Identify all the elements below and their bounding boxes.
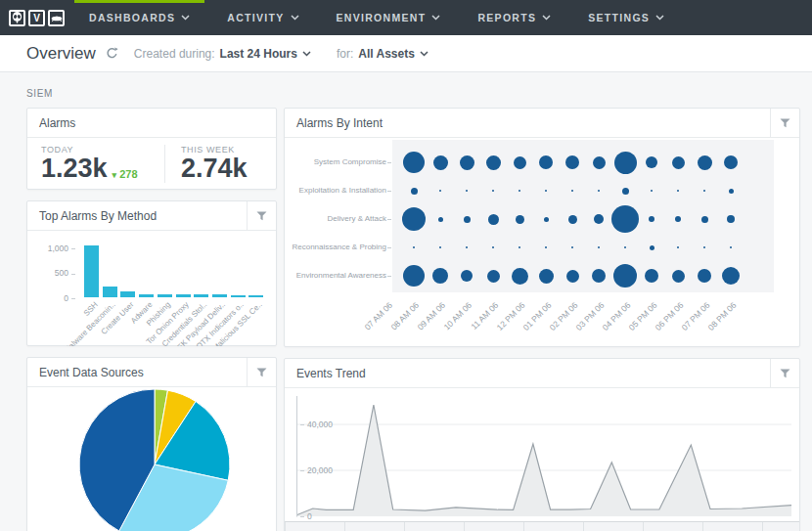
x-tick-label: 10 AM 06 (442, 300, 474, 332)
chevron-down-icon (420, 51, 429, 57)
created-during-dropdown[interactable]: Created during: Last 24 Hours (134, 47, 311, 61)
bubble (650, 245, 654, 250)
chevron-down-icon (181, 15, 190, 21)
bubble (566, 270, 579, 283)
bubble (516, 215, 524, 224)
bubble (677, 246, 679, 248)
page-title: Overview (26, 44, 96, 64)
bubble (539, 155, 553, 169)
bubble (492, 246, 494, 248)
bubble (613, 264, 637, 288)
funnel-icon (256, 211, 267, 221)
axis-tick (387, 162, 391, 163)
bubble-plot-area (392, 140, 774, 292)
filter-button[interactable] (770, 109, 799, 137)
bubble (703, 246, 705, 248)
y-tick-label: 0 (27, 293, 75, 303)
bubble (413, 246, 415, 248)
bar (103, 287, 117, 297)
row-label: System Compromise (314, 157, 386, 166)
bubble (594, 214, 604, 224)
bubble (611, 205, 639, 233)
bubble (565, 155, 579, 169)
bubble (545, 190, 547, 192)
bubble (724, 155, 738, 169)
chevron-down-icon (542, 15, 551, 21)
bubble (519, 246, 520, 248)
bubble (649, 216, 654, 222)
nav-item-settings[interactable]: SETTINGS (573, 0, 679, 35)
nav-item-label: ACTIVITY (227, 12, 284, 23)
nav-item-reports[interactable]: REPORTS (463, 0, 565, 35)
card-title: Event Data Sources (27, 358, 247, 386)
bar (194, 294, 208, 297)
bubble (486, 155, 501, 170)
nav-item-activity[interactable]: ACTIVITY (212, 0, 313, 35)
bubble (488, 214, 499, 225)
created-during-label: Created during: (134, 47, 215, 61)
arrow-down-icon: ▾ (113, 170, 117, 180)
area-chart: 40,00020,0000 (285, 388, 799, 531)
bar (231, 295, 246, 298)
nav-item-label: ENVIRONMENT (337, 12, 427, 23)
bubble (622, 188, 629, 195)
chevron-down-icon (291, 15, 299, 21)
row-label: Reconnaissance & Probing (292, 243, 386, 251)
trend-x-axis-band (285, 521, 799, 531)
bubble (545, 246, 547, 248)
bubble (701, 216, 708, 223)
page-header: Overview Created during: Last 24 Hours f… (0, 35, 812, 72)
events-trend-card: Events Trend 40,00020,0000 (284, 358, 800, 531)
bubble (675, 216, 681, 222)
chevron-down-icon (655, 15, 664, 21)
brand-logo[interactable]: V (9, 10, 65, 26)
alien-icon (9, 10, 25, 26)
nav-item-label: DASHBOARDS (89, 12, 175, 23)
for-value: All Assets (358, 47, 415, 61)
bar (176, 294, 191, 297)
today-delta: ▾ 278 (113, 168, 138, 180)
filter-button[interactable] (247, 201, 276, 230)
nav-item-environment[interactable]: ENVIRONMENT (322, 0, 456, 35)
bubble (651, 190, 653, 192)
axis-tick (387, 191, 391, 192)
y-tick-label: 500 (27, 268, 75, 278)
bubble (703, 190, 705, 192)
y-tick-label: 0 (300, 511, 312, 521)
bar-chart: 1,0005000SSHMalware Beaconin..Create Use… (27, 231, 276, 346)
bubble (461, 270, 473, 282)
alarms-by-intent-card: Alarms By Intent System CompromiseExploi… (284, 108, 800, 347)
bubble (492, 190, 494, 192)
bubble (512, 268, 528, 285)
nav-menu: DASHBOARDSACTIVITYENVIRONMENTREPORTSSETT… (74, 0, 687, 35)
bubble (402, 207, 426, 231)
nav-item-dashboards[interactable]: DASHBOARDS (74, 0, 204, 35)
nav-item-label: REPORTS (477, 12, 536, 23)
chevron-down-icon (431, 15, 440, 21)
bar (139, 294, 154, 297)
bar (212, 294, 227, 297)
top-alarms-by-method-card: Top Alarms By Method 1,0005000SSHMalware… (26, 200, 277, 346)
bubble (466, 190, 468, 192)
bubble (729, 189, 734, 194)
y-tick-label: 20,000 (300, 465, 333, 475)
bubble (519, 190, 520, 192)
bubble (677, 190, 679, 192)
bar (158, 294, 172, 297)
chevron-down-icon (302, 51, 311, 57)
assets-dropdown[interactable]: for: All Assets (337, 47, 429, 61)
funnel-icon (780, 118, 790, 128)
bubble (460, 155, 474, 170)
filter-button[interactable] (770, 359, 799, 387)
nav-item-label: SETTINGS (588, 12, 650, 23)
refresh-button[interactable] (106, 47, 118, 60)
bubble (514, 156, 526, 169)
x-tick-label: 09 AM 06 (416, 300, 447, 332)
bubble (439, 190, 441, 192)
filter-button[interactable] (247, 358, 276, 386)
bubble (698, 155, 712, 170)
axis-tick (387, 247, 391, 248)
pie-chart (27, 387, 276, 531)
refresh-icon (106, 47, 118, 60)
brand-letter: V (28, 10, 45, 26)
